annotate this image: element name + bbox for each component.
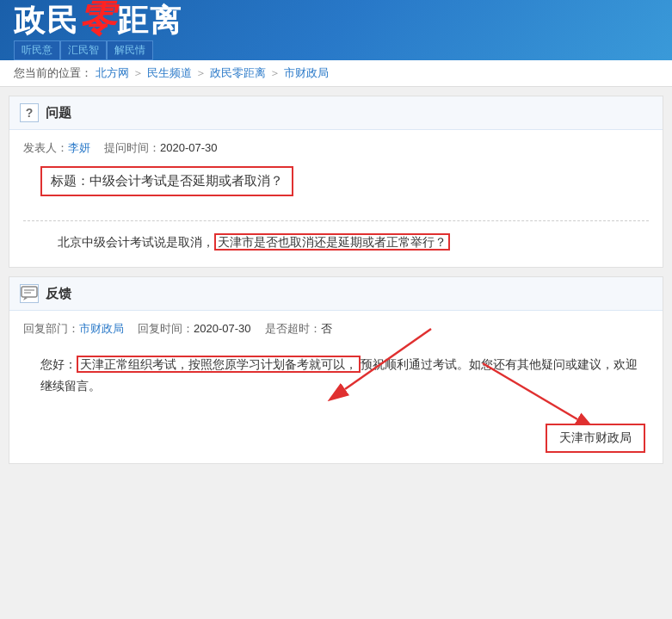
question-section-header: ? 问题	[9, 96, 663, 130]
question-section-title: 问题	[46, 105, 71, 121]
subtitle-btn-2[interactable]: 汇民智	[60, 40, 107, 60]
answer-prefix: 您好：	[40, 357, 77, 371]
breadcrumb-link-4[interactable]: 市财政局	[284, 65, 329, 81]
logo-subtitle: 听民意 汇民智 解民情	[14, 40, 153, 60]
sep-1: ＞	[133, 65, 144, 81]
feedback-meta: 回复部门：市财政局 回复时间：2020-07-30 是否超时：否	[23, 321, 649, 337]
logo-zero: 零	[79, 0, 117, 39]
question-meta: 发表人：李妍 提问时间：2020-07-30	[23, 140, 649, 156]
breadcrumb-prefix: 您当前的位置：	[14, 65, 92, 81]
question-time-value: 2020-07-30	[160, 141, 218, 154]
question-icon: ?	[20, 103, 39, 122]
answer-highlight: 天津正常组织考试，按照您原学习计划备考就可以，	[77, 356, 361, 373]
question-section-body: 发表人：李妍 提问时间：2020-07-30 标题：中级会计考试是否延期或者取消…	[9, 130, 663, 267]
logo-prefix: 政民	[14, 3, 79, 38]
breadcrumb-link-3[interactable]: 政民零距离	[210, 65, 266, 81]
title-label: 标题：	[51, 173, 89, 188]
title-text: 中级会计考试是否延期或者取消？	[89, 173, 283, 188]
body-highlight: 天津市是否也取消还是延期或者正常举行？	[214, 233, 450, 251]
feedback-title: 反馈	[46, 286, 71, 302]
body-prefix: 北京中级会计考试说是取消，	[58, 235, 214, 249]
author-value: 李妍	[68, 141, 90, 154]
logo-area: 政民零距离 听民意 汇民智 解民情	[14, 1, 182, 60]
divider-1	[23, 220, 649, 221]
dept-stamp: 天津市财政局	[546, 424, 645, 453]
question-body: 北京中级会计考试说是取消，天津市是否也取消还是延期或者正常举行？	[58, 232, 649, 253]
feedback-time: 回复时间：2020-07-30	[138, 321, 251, 337]
svg-rect-0	[22, 287, 37, 297]
breadcrumb: 您当前的位置： 北方网 ＞ 民生频道 ＞ 政民零距离 ＞ 市财政局	[0, 60, 672, 87]
author-label: 发表人：李妍	[23, 140, 90, 156]
breadcrumb-link-2[interactable]: 民生频道	[147, 65, 192, 81]
question-section: ? 问题 发表人：李妍 提问时间：2020-07-30 标题：中级会计考试是否延…	[9, 96, 663, 268]
feedback-dept: 回复部门：市财政局	[23, 321, 124, 337]
subtitle-btn-1[interactable]: 听民意	[14, 40, 60, 60]
sep-2: ＞	[195, 65, 207, 81]
question-time: 提问时间：2020-07-30	[104, 140, 218, 156]
feedback-overdue-value: 否	[321, 322, 332, 335]
feedback-dept-value: 市财政局	[79, 322, 124, 335]
feedback-section-header: 反馈	[9, 277, 663, 311]
chat-icon	[21, 286, 38, 301]
question-title-box: 标题：中级会计考试是否延期或者取消？	[40, 166, 293, 196]
feedback-overdue: 是否超时：否	[265, 321, 332, 337]
feedback-icon	[20, 284, 39, 303]
feedback-section: 反馈 回复部门：市财政局 回复时间：2020-07-30 是否超时：否 您好：天…	[9, 276, 663, 463]
breadcrumb-link-1[interactable]: 北方网	[96, 65, 129, 81]
logo-title: 政民零距离	[14, 1, 182, 37]
feedback-time-value: 2020-07-30	[194, 322, 251, 335]
dept-stamp-text: 天津市财政局	[559, 430, 632, 444]
sep-3: ＞	[269, 65, 281, 81]
logo-suffix: 距离	[117, 3, 182, 38]
subtitle-btn-3[interactable]: 解民情	[107, 40, 153, 60]
header: 政民零距离 听民意 汇民智 解民情	[0, 0, 672, 60]
